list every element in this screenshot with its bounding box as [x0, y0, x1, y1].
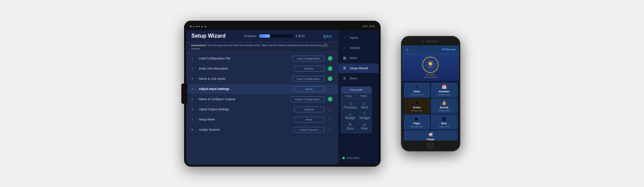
task-status-x: ✕ — [328, 107, 333, 112]
player-grid-item[interactable]: ▶ Player Play Audio Track — [404, 114, 430, 130]
task-name: Name & Configure Outputs — [199, 97, 287, 101]
sidebar-item-label: Inputs — [350, 36, 358, 39]
cue-next-button[interactable]: ▷Next — [358, 100, 370, 110]
phone-top-bar — [402, 37, 459, 45]
table-row: 6 Adjust Output Settings Outputs ✕ — [186, 105, 338, 115]
cue-nudge-down-button[interactable]: ▽Nudge — [358, 111, 370, 121]
national-logo-inner: 👑 N — [428, 61, 433, 68]
reports-button[interactable]: Reports — [294, 66, 324, 72]
scheduler-sub: Schedule Events — [438, 94, 450, 96]
instructions-prefix: Instructions: — [192, 44, 207, 47]
outputs-icon: ← — [342, 45, 347, 50]
menu-icon: ☰ — [342, 76, 347, 81]
cue-zero-button[interactable]: ⊘Zero — [343, 121, 358, 131]
security-grid-item[interactable]: 🔒 Security Mobile Access — [431, 98, 458, 114]
phone-speaker — [425, 41, 439, 42]
scenes-grid-item[interactable]: ★ Scenes Recall & Save — [404, 98, 430, 114]
phone-home-button[interactable] — [427, 142, 434, 149]
progress-bar-outer — [259, 34, 293, 38]
zones-title: Zones — [414, 90, 420, 93]
task-status-check: ✓ — [328, 76, 333, 81]
scheduler-title: Scheduler — [439, 90, 449, 93]
phone-device: ⌂ MPManage 👑 N NATIONAL STEAKHOUSE ≡ Z — [401, 36, 460, 151]
progress-count: 4 of 12 — [296, 34, 305, 38]
national-logo: 👑 N — [422, 57, 439, 73]
player-title: Player — [414, 122, 420, 125]
task-name: Load Configuration File — [199, 57, 289, 60]
mixer-button[interactable]: Mixer — [294, 117, 324, 123]
grillz-label: Grillz #1558 — [347, 157, 359, 159]
national-logo-text: N — [428, 66, 433, 68]
tablet-device: ■ ▲ ● ● ▲ ▲ 37% 8:35 Setup Wizard Progre… — [184, 21, 381, 167]
task-status-x: ✕ — [328, 127, 333, 132]
task-number: 8 — [192, 128, 196, 131]
task-number: 3 — [192, 77, 196, 80]
task-status-check: ✓ — [328, 66, 333, 71]
paging-grid-item[interactable]: 📢 Paging Send Audio Announcements — [404, 130, 458, 141]
phone-home-nav-button[interactable]: ⌂ — [405, 47, 410, 52]
phone-screen: ⌂ MPManage 👑 N NATIONAL STEAKHOUSE ≡ Z — [402, 45, 459, 141]
cue-fine-button[interactable]: ◎Fine — [358, 121, 370, 131]
cue-copy-button[interactable]: Copy — [341, 93, 357, 99]
task-name: Assign Sources — [199, 128, 290, 131]
scheduler-grid-item[interactable]: 📅 Scheduler Schedule Events — [431, 82, 458, 98]
tablet-battery-area: 37% 8:35 — [362, 25, 375, 28]
cue-previous-button[interactable]: ◁Previous — [343, 100, 358, 110]
scheduler-icon: 📅 — [442, 85, 447, 89]
cue-nudge-up-button[interactable]: △Nudge — [343, 111, 358, 121]
mixer-grid-item[interactable]: ▦ Mixer Audio Control — [431, 114, 458, 130]
security-title: Security — [440, 106, 448, 109]
national-brand-name: NATIONAL — [426, 74, 436, 76]
wizard-header: Setup Wizard Progress 4 of 12 qsc — [186, 30, 338, 42]
sidebar-item-setup-wizard[interactable]: ☰ Setup Wizard — [338, 63, 379, 73]
outputs-button[interactable]: Outputs — [294, 107, 324, 112]
load-configuration-button[interactable]: Load Configuration — [293, 56, 324, 61]
task-number: 4 — [192, 87, 196, 91]
sidebar-item-outputs[interactable]: ← Outputs — [338, 43, 379, 53]
phone-grid: ≡ Zones Volume & Source 📅 Scheduler Sche… — [402, 81, 459, 141]
input-configuration-button[interactable]: Input Configuration — [293, 76, 324, 82]
inputs-button[interactable]: Inputs — [294, 86, 324, 92]
progress-bar-inner — [259, 34, 270, 38]
output-configuration-button[interactable]: Output Configuration — [290, 96, 324, 102]
scenes-title: Scenes — [413, 106, 421, 109]
cue-paste-button[interactable]: Paste — [356, 93, 371, 99]
wizard-sidebar: → Inputs ← Outputs ▦ Mixer ☰ Setup Wizar… — [338, 30, 379, 165]
tablet-time: 8:35 — [369, 25, 375, 28]
zones-grid-item[interactable]: ≡ Zones Volume & Source — [404, 82, 430, 98]
task-number: 5 — [192, 97, 196, 101]
table-row: 1 Load Configuration File Load Configura… — [186, 54, 338, 64]
tablet-status-icons: ■ ▲ ● ● ▲ ▲ — [190, 25, 207, 28]
table-row: 5 Name & Configure Outputs Output Config… — [186, 94, 338, 105]
task-name: Name & Link Inputs — [199, 77, 289, 80]
phone-bottom-bar — [402, 141, 459, 150]
table-row: 8 Assign Sources Output Sources ✕ — [186, 125, 338, 135]
task-status-check: ✓ — [328, 97, 333, 101]
output-sources-button[interactable]: Output Sources — [294, 127, 324, 133]
national-sub-name: STEAKHOUSE — [424, 76, 437, 78]
sidebar-item-label: Mixer — [350, 56, 357, 60]
wizard-title: Setup Wizard — [192, 33, 226, 39]
sidebar-item-inputs[interactable]: → Inputs — [338, 33, 379, 42]
task-number: 1 — [192, 57, 196, 60]
task-name: Enter Job Information — [199, 67, 290, 70]
cue-controls: ◁Previous ▷Next △Nudge ▽Nudge ⊘Zero ◎Fin… — [341, 99, 371, 133]
tasks-area: 1 Load Configuration File Load Configura… — [186, 52, 338, 165]
tablet-battery: 37% — [362, 25, 368, 28]
table-row: 4 Adjust Input Settings Inputs ✕ — [186, 84, 338, 94]
mp-manage-label: MPManage — [442, 48, 456, 51]
mixer-title: Mixer — [441, 122, 447, 125]
sidebar-item-menu[interactable]: ☰ Menu — [338, 74, 379, 83]
sidebar-item-label: Setup Wizard — [350, 67, 368, 70]
tablet-home-button[interactable] — [181, 83, 187, 104]
paging-icon: 📢 — [428, 132, 433, 137]
task-name: Adjust Output Settings — [199, 108, 290, 111]
tablet-body: Setup Wizard Progress 4 of 12 qsc Instru… — [186, 30, 379, 165]
cue-level-popup: Cue Level Copy Paste ◁Previous ▷Next △Nu… — [341, 87, 371, 133]
sidebar-item-mixer[interactable]: ▦ Mixer — [338, 53, 379, 63]
tablet-status-bar: ■ ▲ ● ● ▲ ▲ 37% 8:35 — [186, 23, 379, 30]
zones-icon: ≡ — [416, 85, 418, 89]
setup-wizard-icon: ☰ — [342, 66, 347, 71]
sidebar-item-label: Outputs — [350, 46, 361, 50]
scenes-icon: ★ — [415, 100, 419, 105]
